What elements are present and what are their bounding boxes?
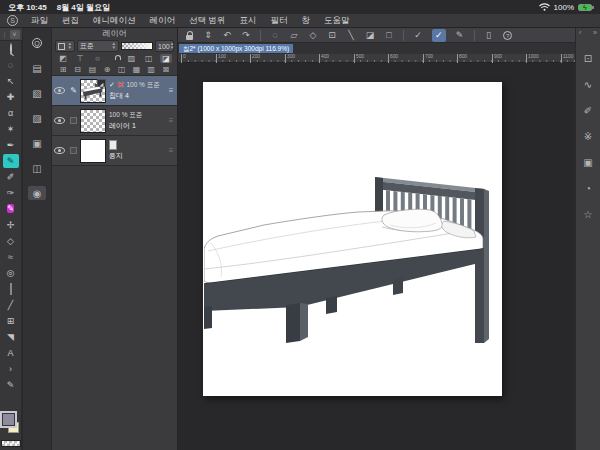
visibility-toggle[interactable] bbox=[52, 117, 67, 124]
layer-thumbnail[interactable] bbox=[80, 139, 106, 163]
figure-tool[interactable]: ✢ bbox=[0, 217, 22, 233]
palette-icon[interactable]: ◔ bbox=[580, 181, 597, 196]
new-folder-icon[interactable]: ▤ bbox=[86, 65, 98, 74]
new-layer-icon[interactable]: ⊞ bbox=[57, 65, 69, 74]
transfer-layer-icon[interactable]: ⊕ bbox=[101, 65, 113, 74]
auto-select-tool[interactable]: ✶ bbox=[0, 121, 22, 137]
visibility-toggle[interactable] bbox=[52, 87, 67, 94]
zoom-tool-glyph[interactable] bbox=[10, 44, 12, 54]
clip-to-layer-icon[interactable]: ⊤ bbox=[74, 54, 86, 63]
chevron-down-icon[interactable]: ∨ bbox=[10, 30, 20, 39]
draft-layer-icon[interactable]: ○ bbox=[91, 54, 103, 63]
line-tool[interactable]: ╱ bbox=[0, 297, 22, 313]
edit-target-checkbox[interactable] bbox=[70, 117, 77, 124]
straight-line-icon[interactable]: ╲ bbox=[346, 29, 356, 42]
transparent-color-swatch[interactable] bbox=[1, 440, 21, 447]
collapse-left-icon[interactable]: ‹ bbox=[579, 29, 581, 40]
text-tool[interactable]: A bbox=[0, 345, 22, 361]
help-icon[interactable]: ? bbox=[503, 29, 513, 42]
layer-menu-icon[interactable]: ≡ bbox=[165, 146, 177, 155]
pen-tool[interactable]: ✎ bbox=[0, 153, 22, 169]
decoration-tool-glyph[interactable]: ✎ bbox=[7, 203, 14, 215]
menu-item-애니메이션[interactable]: 애니메이션 bbox=[86, 14, 143, 27]
snap-guide-icon[interactable]: ✎ bbox=[455, 29, 465, 42]
eyedropper-tool[interactable]: ✒ bbox=[0, 137, 22, 153]
layer-menu-icon[interactable]: ≡ bbox=[165, 86, 177, 95]
blend-tool[interactable]: ≈ bbox=[0, 249, 22, 265]
merge-icon[interactable]: ▦ bbox=[131, 65, 143, 74]
new-vector-layer-icon[interactable]: ⊟ bbox=[72, 65, 84, 74]
window-panel-icon[interactable]: ⊡ bbox=[580, 51, 597, 66]
brush-settings-icon[interactable]: ✐ bbox=[580, 103, 597, 118]
menu-item-레이어[interactable]: 레이어 bbox=[143, 14, 183, 27]
layer-row-paper[interactable]: 용지 ≡ bbox=[52, 136, 177, 166]
menu-item-편집[interactable]: 편집 bbox=[55, 14, 86, 27]
blend-drops-icon[interactable]: ※ bbox=[580, 129, 597, 144]
polyline-tool[interactable]: ◥ bbox=[0, 329, 22, 345]
layer-palette-icon[interactable]: ▤ bbox=[28, 61, 46, 75]
lasso-select-icon[interactable]: ◇ bbox=[308, 29, 318, 42]
edit-target-checkbox[interactable] bbox=[70, 147, 77, 154]
frame-border-tool[interactable]: ⊞ bbox=[0, 313, 22, 329]
snap-special-icon[interactable]: ✓ bbox=[432, 29, 446, 42]
crop-icon[interactable]: ⊡ bbox=[327, 29, 337, 42]
mask-icon[interactable]: ◪ bbox=[160, 54, 172, 63]
redo-icon[interactable]: ↷ bbox=[241, 29, 251, 42]
menu-item-선택 범위[interactable]: 선택 범위 bbox=[182, 14, 232, 27]
lock-icon[interactable] bbox=[184, 29, 194, 42]
save-icon[interactable]: ▣ bbox=[580, 155, 597, 170]
delete-layer-icon[interactable]: ⊠ bbox=[160, 65, 172, 74]
device-icon[interactable]: ▯ bbox=[484, 29, 494, 42]
canvas-tab[interactable]: 침2* (1000 x 1000px 300dpi 116.9%) bbox=[179, 44, 293, 53]
frame-icon[interactable]: □ bbox=[384, 29, 394, 42]
stepper-icon[interactable]: ⇕ bbox=[203, 29, 213, 42]
edit-target-pen-icon[interactable]: ✎ bbox=[67, 86, 80, 95]
menu-item-표시[interactable]: 표시 bbox=[232, 14, 263, 27]
sphere-3d-icon[interactable]: ◉ bbox=[28, 186, 46, 200]
brush-tool[interactable]: ✑ bbox=[0, 185, 22, 201]
zoom-tool[interactable] bbox=[0, 41, 22, 57]
opacity-slider[interactable] bbox=[121, 42, 153, 50]
menu-item-창[interactable]: 창 bbox=[294, 14, 317, 27]
gradient-icon[interactable]: ◪ bbox=[365, 29, 375, 42]
blend-mode-select[interactable]: 표준 ▲▼ bbox=[77, 40, 119, 52]
reference-layer-icon[interactable]: ◫ bbox=[143, 54, 155, 63]
tool-property-icon[interactable]: ▨ bbox=[28, 111, 46, 125]
selection-tool[interactable]: ◌ bbox=[0, 57, 22, 73]
pencil-tool[interactable]: ✐ bbox=[0, 169, 22, 185]
material-box-icon[interactable]: ☆ bbox=[580, 207, 597, 222]
layer-row-layer1[interactable]: 100 % 표준 레이어 1 ≡ bbox=[52, 106, 177, 136]
deselect-icon[interactable]: ◌ bbox=[270, 29, 280, 42]
tool-palette-header[interactable]: ⋮ ∨ bbox=[0, 28, 22, 41]
menu-item-도움말[interactable]: 도움말 bbox=[317, 14, 357, 27]
main-color-swatch[interactable] bbox=[2, 413, 15, 426]
combine-mode-icon[interactable]: ◩ bbox=[57, 54, 69, 63]
layer-thumbnail-size-select[interactable]: ▲▼ bbox=[55, 40, 75, 52]
navigator-icon[interactable]: ▣ bbox=[28, 136, 46, 150]
layer-thumbnail[interactable] bbox=[80, 109, 106, 133]
menu-item-필터[interactable]: 필터 bbox=[263, 14, 294, 27]
clip-studio-logo-icon[interactable]: S bbox=[7, 15, 18, 26]
balloon-tool[interactable]: › bbox=[0, 361, 22, 377]
lasso-tool[interactable]: α bbox=[0, 105, 22, 121]
object-tool[interactable]: ↖ bbox=[0, 73, 22, 89]
gradient-tool[interactable] bbox=[0, 281, 22, 297]
visibility-toggle[interactable] bbox=[52, 147, 67, 154]
collapse-right-icon[interactable]: » bbox=[593, 29, 597, 40]
stroke-icon[interactable]: ∿ bbox=[580, 77, 597, 92]
opacity-stepper[interactable]: 100 ▲▼ bbox=[155, 40, 174, 52]
quick-access-icon[interactable]: Q bbox=[28, 36, 46, 50]
move-tool[interactable]: ✚ bbox=[0, 89, 22, 105]
combine-layer-icon[interactable]: ◫ bbox=[116, 65, 128, 74]
gradient-tool-glyph[interactable] bbox=[10, 284, 12, 294]
mask-area-icon[interactable]: ▥ bbox=[145, 65, 157, 74]
drawing-canvas[interactable] bbox=[203, 82, 502, 396]
material-icon[interactable]: ◫ bbox=[28, 161, 46, 175]
layer-menu-icon[interactable]: ≡ bbox=[165, 116, 177, 125]
correction-tool[interactable]: ✎ bbox=[0, 377, 22, 393]
eraser-tool[interactable]: ◇ bbox=[0, 233, 22, 249]
color-swatches[interactable] bbox=[0, 411, 22, 437]
airbrush-tool[interactable]: ◎ bbox=[0, 265, 22, 281]
lock-alpha-icon[interactable]: ▨ bbox=[126, 54, 138, 63]
layer-property-icon[interactable]: ▧ bbox=[28, 86, 46, 100]
